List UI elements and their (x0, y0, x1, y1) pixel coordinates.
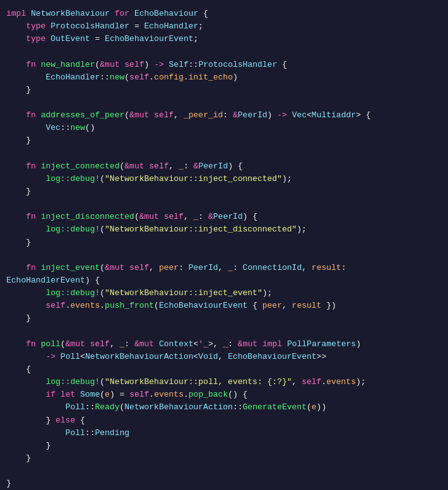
code-line-16 (0, 198, 448, 211)
code-line-29: { (0, 363, 448, 376)
code-line-35: } (0, 440, 448, 452)
code-line-14: log::debug!("NetworkBehaviour::inject_co… (0, 173, 448, 185)
code-line-21: fn inject_event(&mut self, peer: PeerId,… (0, 262, 448, 274)
code-line-9: fn addresses_of_peer(&mut self, _peer_id… (0, 109, 448, 122)
code-line-18: log::debug!("NetworkBehaviour::inject_di… (0, 223, 448, 236)
code-line-13: fn inject_connected(&mut self, _: &PeerI… (0, 160, 448, 173)
code-line-5: fn new_handler(&mut self) -> Self::Proto… (0, 59, 448, 71)
code-line-26 (0, 325, 448, 338)
code-line-38: } (0, 477, 448, 490)
code-line-11: } (0, 134, 448, 147)
code-line-10: Vec::new() (0, 122, 448, 134)
code-line-24: self.events.push_front(EchoBehaviourEven… (0, 300, 448, 312)
code-line-31: if let Some(e) = self.events.pop_back() … (0, 388, 448, 401)
code-line-36: } (0, 452, 448, 465)
code-editor: impl NetworkBehaviour for EchoBehaviour … (0, 0, 448, 490)
code-line-6: EchoHandler::new(self.config.init_echo) (0, 71, 448, 84)
code-line-7: } (0, 84, 448, 96)
code-line-2: type ProtocolsHandler = EchoHandler; (0, 20, 448, 33)
code-line-28: -> Poll<NetworkBehaviourAction<Void, Ech… (0, 351, 448, 363)
code-line-32: Poll::Ready(NetworkBehaviourAction::Gene… (0, 401, 448, 414)
code-line-30: log::debug!("NetworkBehaviour::poll, eve… (0, 376, 448, 388)
code-line-34: Poll::Pending (0, 427, 448, 440)
code-line-25: } (0, 312, 448, 325)
code-line-4 (0, 45, 448, 58)
code-line-19: } (0, 236, 448, 249)
code-line-3: type OutEvent = EchoBehaviourEvent; (0, 33, 448, 45)
code-line-27: fn poll(&mut self, _: &mut Context<'_>, … (0, 338, 448, 351)
code-line-33: } else { (0, 414, 448, 427)
code-line-17: fn inject_disconnected(&mut self, _: &Pe… (0, 211, 448, 223)
code-line-20 (0, 249, 448, 262)
code-line-15: } (0, 185, 448, 198)
code-line-22: EchoHandlerEvent) { (0, 274, 448, 287)
code-line-23: log::debug!("NetworkBehaviour::inject_ev… (0, 287, 448, 300)
code-line-8 (0, 96, 448, 109)
code-line-1: impl NetworkBehaviour for EchoBehaviour … (0, 8, 448, 20)
code-line-12 (0, 148, 448, 160)
code-line-37 (0, 465, 448, 477)
